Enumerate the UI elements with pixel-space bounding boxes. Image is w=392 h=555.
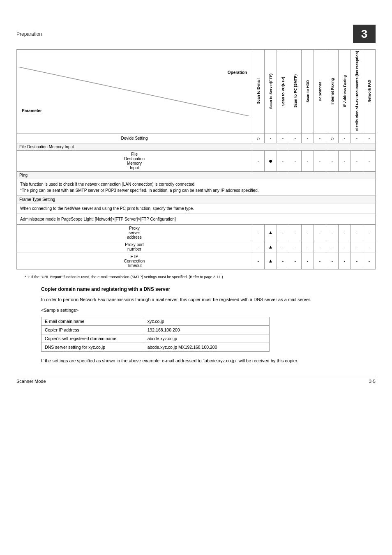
operation-table: Operation Parameter Scan to E-mail Scan …: [16, 49, 376, 269]
row-header: Proxyserveraddress: [17, 224, 252, 241]
cell: -: [351, 253, 363, 269]
cell: -: [314, 241, 326, 253]
cell: -: [252, 241, 265, 253]
dns-heading: Copier domain name and registering with …: [41, 286, 367, 292]
col-header-2: Scan to Server(FTP): [265, 50, 277, 134]
dns-value: abcde.xyz.co.jp MX192.168.100.200: [144, 343, 269, 351]
cell: -: [314, 134, 326, 143]
cell: -: [314, 224, 326, 241]
dns-value: xyz.co.jp: [144, 317, 269, 325]
cell: -: [289, 150, 302, 171]
col-header-10: Network FAX: [363, 50, 376, 134]
table-row: FileDestinationMemoryInput - ● - - - - -…: [17, 150, 376, 171]
cell: -: [289, 241, 302, 253]
cell: -: [363, 134, 376, 143]
sample-label: <Sample settings>: [41, 308, 367, 313]
col-header-1: Scan to E-mail: [252, 50, 265, 134]
row-header: FTPConnectionTimeout: [17, 253, 252, 269]
cell: -: [351, 241, 363, 253]
cell: -: [326, 150, 339, 171]
dns-label: DNS server setting for xyz.co.jp: [42, 343, 144, 351]
cell: -: [302, 150, 314, 171]
cell: -: [326, 241, 339, 253]
cell: -: [289, 134, 302, 143]
info-row: Administrator mode in PageScope Light: […: [17, 214, 376, 224]
dns-table-row: E-mail domain name xyz.co.jp: [42, 317, 270, 325]
cell: -: [351, 134, 363, 143]
cell: -: [339, 241, 351, 253]
cell: -: [339, 253, 351, 269]
dns-settings-table: E-mail domain name xyz.co.jp Copier IP a…: [41, 317, 270, 352]
row-header: FileDestinationMemoryInput: [17, 150, 252, 171]
cell: -: [302, 253, 314, 269]
footnote: * 1: If the "URL Report" function is use…: [25, 274, 376, 280]
cell: -: [289, 224, 302, 241]
section-label: Frame Type Setting: [17, 196, 376, 203]
footer-right: 3-5: [369, 379, 376, 384]
table-row: Proxy portnumber - ▲ - - - - - - - -: [17, 241, 376, 253]
cell: ●: [265, 150, 277, 171]
table-row: FTPConnectionTimeout - ▲ - - - - - - - -: [17, 253, 376, 269]
cell: -: [277, 134, 289, 143]
col-header-4: Scan to PC (SMTP): [289, 50, 302, 134]
section-row: Frame Type Setting: [17, 196, 376, 203]
cell: -: [277, 150, 289, 171]
dns-table-row: DNS server setting for xyz.co.jp abcde.x…: [42, 343, 270, 351]
cell: -: [277, 241, 289, 253]
cell: ▲: [265, 253, 277, 269]
cell: -: [277, 253, 289, 269]
dns-label: Copier IP address: [42, 325, 144, 334]
col-header-7: Internet Faxing: [326, 50, 339, 134]
col-header-5: Scan to HDD: [302, 50, 314, 134]
cell: -: [363, 241, 376, 253]
info-row: When connecting to the NetWare server an…: [17, 203, 376, 214]
cell: -: [314, 150, 326, 171]
info-row: This function is used to check if the ne…: [17, 179, 376, 196]
page-footer: Scanner Mode 3-5: [16, 377, 376, 384]
cell: -: [326, 253, 339, 269]
cell: ▲: [265, 241, 277, 253]
cell: -: [314, 253, 326, 269]
dns-note: If the settings are specified as shown i…: [41, 357, 367, 365]
cell: -: [289, 253, 302, 269]
cell: -: [326, 224, 339, 241]
info-text: Administrator mode in PageScope Light: […: [17, 214, 376, 224]
cell: -: [302, 134, 314, 143]
footer-left: Scanner Mode: [16, 379, 46, 384]
dns-section: Copier domain name and registering with …: [41, 286, 367, 364]
dns-label: E-mail domain name: [42, 317, 144, 325]
col-header-3: Scan to PC(FTP): [277, 50, 289, 134]
cell: -: [252, 224, 265, 241]
cell: ▲: [265, 224, 277, 241]
page-header: Preparation 3: [16, 8, 376, 43]
cell: -: [252, 150, 265, 171]
table-row: Devide Setting ○ - - - - - ○ - - -: [17, 134, 376, 143]
table-row: Proxyserveraddress - ▲ - - - - - - - -: [17, 224, 376, 241]
chapter-badge: 3: [353, 25, 376, 43]
section-row: Ping: [17, 171, 376, 179]
col-header-6: IP Scanner: [314, 50, 326, 134]
cell: -: [265, 134, 277, 143]
row-header: Devide Setting: [17, 134, 252, 143]
cell: -: [339, 150, 351, 171]
dns-value: abcde.xyz.co.jp: [144, 334, 269, 343]
cell: -: [363, 224, 376, 241]
section-label: Preparation: [16, 31, 42, 37]
cell: -: [363, 150, 376, 171]
operation-label: Operation: [228, 70, 247, 75]
svg-line-0: [18, 67, 250, 116]
col-header-8: IP Address Faxing: [339, 50, 351, 134]
cell: -: [339, 224, 351, 241]
dns-paragraph: In order to perform Network Fax transmis…: [41, 296, 367, 304]
op-param-header: Operation Parameter: [17, 50, 252, 134]
cell: ○: [326, 134, 339, 143]
dns-table-row: Copier's self-registered domain name abc…: [42, 334, 270, 343]
row-header: Proxy portnumber: [17, 241, 252, 253]
section-label: Ping: [17, 171, 376, 179]
dns-value: 192.168.100.200: [144, 325, 269, 334]
cell: -: [302, 241, 314, 253]
col-header-9: Distribution of Fax Documents (fax recep…: [351, 50, 363, 134]
cell: -: [302, 224, 314, 241]
dns-table-row: Copier IP address 192.168.100.200: [42, 325, 270, 334]
cell: -: [252, 253, 265, 269]
